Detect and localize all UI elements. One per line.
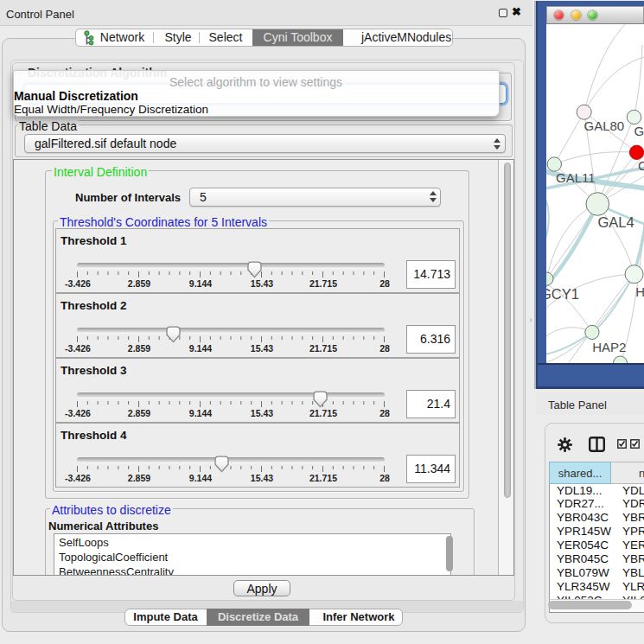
svg-text:H: H	[635, 284, 644, 299]
svg-text:GAL4: GAL4	[597, 214, 634, 230]
svg-text:GAL11: GAL11	[556, 170, 596, 185]
svg-text:HAP2: HAP2	[592, 340, 626, 354]
svg-text:GA: GA	[634, 124, 644, 138]
svg-text:GAL80: GAL80	[584, 118, 625, 133]
svg-text:C: C	[638, 158, 644, 173]
svg-text:GCY1: GCY1	[546, 286, 579, 302]
